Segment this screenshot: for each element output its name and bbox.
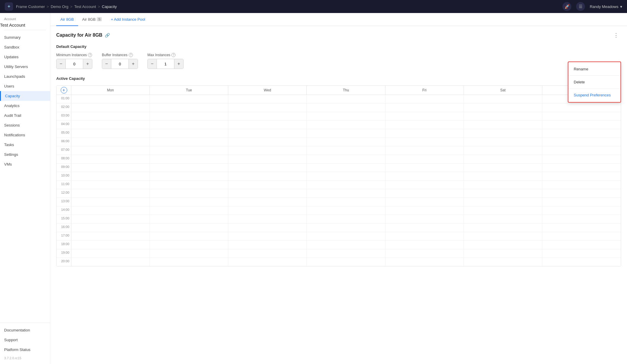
cal-cell-thu-1300[interactable]: [307, 198, 385, 206]
cal-cell-thu-1900[interactable]: [307, 249, 385, 258]
cal-cell-sat-0500[interactable]: [464, 129, 542, 137]
sidebar-item-audit-trail[interactable]: Audit Trail: [0, 111, 50, 120]
cal-cell-fri-1000[interactable]: [385, 172, 464, 180]
cal-cell-fri-1400[interactable]: [385, 206, 464, 215]
min-instances-value[interactable]: [65, 59, 83, 69]
breadcrumb-item-account[interactable]: Test Account: [74, 4, 96, 9]
cal-cell-sat-1300[interactable]: [464, 198, 542, 206]
cal-cell-sat-0300[interactable]: [464, 112, 542, 120]
cal-cell-wed-0600[interactable]: [228, 138, 307, 146]
cal-cell-sat-0700[interactable]: [464, 146, 542, 155]
cal-cell-tue-0900[interactable]: [150, 164, 228, 172]
cal-cell-tue-0700[interactable]: [150, 146, 228, 155]
cal-cell-sat-1600[interactable]: [464, 224, 542, 232]
sidebar-item-sessions[interactable]: Sessions: [0, 120, 50, 130]
cal-cell-sat-1500[interactable]: [464, 215, 542, 223]
sidebar-item-launchpads[interactable]: Launchpads: [0, 72, 50, 81]
cal-cell-sun-1500[interactable]: [542, 215, 621, 223]
cal-cell-fri-0400[interactable]: [385, 121, 464, 129]
cal-cell-thu-0200[interactable]: [307, 103, 385, 112]
cal-cell-sat-0800[interactable]: [464, 155, 542, 163]
cal-cell-tue-2000[interactable]: [150, 258, 228, 266]
cal-cell-tue-0800[interactable]: [150, 155, 228, 163]
cal-cell-fri-0900[interactable]: [385, 164, 464, 172]
cal-cell-mon-0100[interactable]: [71, 95, 150, 103]
cal-cell-sun-1200[interactable]: [542, 189, 621, 198]
cal-cell-wed-0500[interactable]: [228, 129, 307, 137]
min-instances-input[interactable]: − +: [56, 59, 92, 69]
cal-cell-thu-0600[interactable]: [307, 138, 385, 146]
context-menu-rename[interactable]: Rename: [568, 64, 620, 74]
cal-cell-tue-1900[interactable]: [150, 249, 228, 258]
cal-cell-fri-1500[interactable]: [385, 215, 464, 223]
cal-cell-wed-1100[interactable]: [228, 181, 307, 189]
sidebar-item-summary[interactable]: Summary: [0, 33, 50, 42]
cal-cell-sun-0200[interactable]: [542, 103, 621, 112]
user-menu[interactable]: Randy Meadows ▾: [590, 4, 622, 9]
list-icon[interactable]: ☰: [576, 2, 585, 11]
cal-cell-thu-1100[interactable]: [307, 181, 385, 189]
cal-cell-sun-2000[interactable]: [542, 258, 621, 266]
cal-cell-fri-0100[interactable]: [385, 95, 464, 103]
cal-cell-fri-0500[interactable]: [385, 129, 464, 137]
cal-cell-mon-1100[interactable]: [71, 181, 150, 189]
cal-cell-mon-0300[interactable]: [71, 112, 150, 120]
cal-cell-sun-0300[interactable]: [542, 112, 621, 120]
max-instances-help-icon[interactable]: ?: [171, 53, 176, 57]
sidebar-item-sandbox[interactable]: Sandbox: [0, 42, 50, 52]
cal-cell-fri-1900[interactable]: [385, 249, 464, 258]
app-logo[interactable]: ✦: [5, 2, 13, 11]
cal-cell-sat-1100[interactable]: [464, 181, 542, 189]
cal-cell-fri-1300[interactable]: [385, 198, 464, 206]
cal-cell-wed-0400[interactable]: [228, 121, 307, 129]
cal-cell-sat-1800[interactable]: [464, 241, 542, 249]
cal-cell-mon-0900[interactable]: [71, 164, 150, 172]
cal-cell-sat-1400[interactable]: [464, 206, 542, 215]
sidebar-item-notifications[interactable]: Notifications: [0, 130, 50, 140]
cal-cell-fri-0800[interactable]: [385, 155, 464, 163]
cal-cell-thu-0300[interactable]: [307, 112, 385, 120]
cal-cell-sat-2000[interactable]: [464, 258, 542, 266]
cal-cell-mon-1900[interactable]: [71, 249, 150, 258]
cal-cell-thu-0100[interactable]: [307, 95, 385, 103]
cal-cell-sun-0400[interactable]: [542, 121, 621, 129]
cal-cell-wed-1300[interactable]: [228, 198, 307, 206]
cal-cell-thu-1600[interactable]: [307, 224, 385, 232]
cal-cell-fri-1600[interactable]: [385, 224, 464, 232]
cal-cell-tue-1700[interactable]: [150, 232, 228, 240]
buffer-instances-help-icon[interactable]: ?: [129, 53, 133, 57]
edit-title-icon[interactable]: 🔗: [105, 33, 110, 38]
cal-cell-sat-0100[interactable]: [464, 95, 542, 103]
cal-cell-mon-0600[interactable]: [71, 138, 150, 146]
cal-cell-sun-1800[interactable]: [542, 241, 621, 249]
max-instances-value[interactable]: [157, 59, 174, 69]
cal-cell-sun-0800[interactable]: [542, 155, 621, 163]
cal-cell-sat-0400[interactable]: [464, 121, 542, 129]
cal-cell-mon-0800[interactable]: [71, 155, 150, 163]
cal-cell-tue-1100[interactable]: [150, 181, 228, 189]
cal-cell-tue-1200[interactable]: [150, 189, 228, 198]
buffer-instances-value[interactable]: [111, 59, 129, 69]
cal-cell-thu-0700[interactable]: [307, 146, 385, 155]
sidebar-item-utility-servers[interactable]: Utility Servers: [0, 62, 50, 72]
cal-cell-fri-1100[interactable]: [385, 181, 464, 189]
cal-cell-sat-0600[interactable]: [464, 138, 542, 146]
cal-cell-tue-1500[interactable]: [150, 215, 228, 223]
cal-cell-sun-1700[interactable]: [542, 232, 621, 240]
calendar-add-button[interactable]: +: [61, 87, 67, 93]
sidebar-item-platform-status[interactable]: Platform Status: [0, 345, 50, 355]
cal-cell-wed-1800[interactable]: [228, 241, 307, 249]
cal-cell-sat-1700[interactable]: [464, 232, 542, 240]
cal-cell-fri-0300[interactable]: [385, 112, 464, 120]
cal-cell-mon-1600[interactable]: [71, 224, 150, 232]
cal-cell-wed-1200[interactable]: [228, 189, 307, 198]
sidebar-item-users[interactable]: Users: [0, 81, 50, 91]
cal-cell-wed-1600[interactable]: [228, 224, 307, 232]
cal-cell-tue-0100[interactable]: [150, 95, 228, 103]
cal-cell-sun-1300[interactable]: [542, 198, 621, 206]
sidebar-item-settings[interactable]: Settings: [0, 150, 50, 159]
cal-cell-thu-0500[interactable]: [307, 129, 385, 137]
min-instances-decrement[interactable]: −: [57, 59, 65, 69]
cal-cell-mon-1400[interactable]: [71, 206, 150, 215]
cal-cell-mon-1200[interactable]: [71, 189, 150, 198]
